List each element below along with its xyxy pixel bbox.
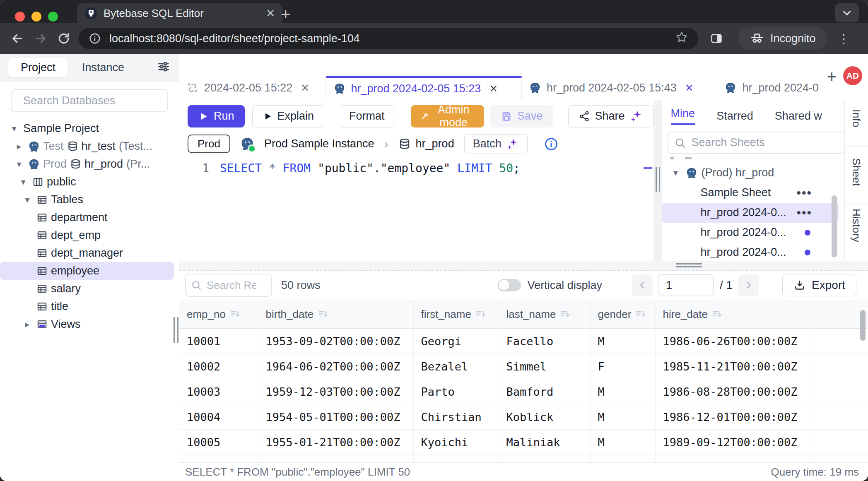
cell[interactable]: 1986-12-01T00:00:00Z: [655, 404, 810, 430]
next-page-button[interactable]: [738, 274, 759, 296]
tree-item-hr_test[interactable]: ▸Testhr_test(Test...: [0, 137, 174, 155]
page-number-input[interactable]: [658, 274, 714, 296]
new-tab-button[interactable]: +: [281, 5, 290, 24]
tree-item-department[interactable]: department: [0, 209, 174, 226]
address-bar[interactable]: localhost:8080/sql-editor/sheet/project-…: [79, 28, 698, 49]
results-search[interactable]: [185, 274, 272, 297]
environment-chip[interactable]: Prod: [188, 135, 230, 153]
cell[interactable]: 1953-04-20T00:00:00Z: [258, 455, 413, 463]
sheet-tab-1[interactable]: 2024-02-05 15:22✕: [179, 76, 326, 100]
cell[interactable]: 1989-06-02T00:00:00Z: [655, 455, 810, 463]
sheet-item[interactable]: hr_prod 2024-0...: [662, 223, 839, 243]
cell[interactable]: Simmel: [499, 354, 590, 379]
results-search-input[interactable]: [206, 279, 257, 292]
cell[interactable]: 10005: [179, 430, 258, 455]
cell[interactable]: 1986-06-26T00:00:00Z: [655, 329, 810, 354]
tree-item-tables[interactable]: ▾Tables: [0, 191, 174, 209]
cell[interactable]: 10006: [179, 455, 258, 463]
cell[interactable]: M: [590, 329, 655, 354]
tree-item-dept_emp[interactable]: dept_emp: [0, 226, 174, 244]
sheet-tab-4[interactable]: hr_prod 2024-0: [717, 76, 820, 100]
cell[interactable]: F: [590, 354, 655, 379]
cell[interactable]: 1989-09-12T00:00:00Z: [655, 430, 810, 455]
cell[interactable]: 1985-11-21T00:00:00Z: [655, 354, 810, 379]
database-search-input[interactable]: [22, 94, 171, 108]
cell[interactable]: 1953-09-02T00:00:00Z: [258, 329, 413, 354]
cell[interactable]: 1986-08-28T00:00:00Z: [655, 379, 810, 404]
run-button[interactable]: Run: [188, 105, 245, 127]
caret-down-icon[interactable]: ▾: [8, 123, 20, 134]
cell[interactable]: M: [590, 430, 655, 455]
tree-item-sample-project[interactable]: ▾Sample Project: [0, 120, 174, 137]
cell[interactable]: 10001: [179, 329, 258, 354]
vertical-display-toggle[interactable]: [498, 279, 521, 291]
cell[interactable]: Maliniak: [499, 430, 590, 455]
results-scrollbar[interactable]: [860, 310, 866, 341]
database-name[interactable]: hr_prod: [416, 137, 454, 150]
tree-item-hr_prod[interactable]: ▾Prodhr_prod(Pr...: [0, 155, 174, 173]
close-sheet-tab-icon[interactable]: ✕: [489, 83, 498, 95]
cell[interactable]: 1964-06-02T00:00:00Z: [258, 354, 413, 379]
filter-settings-button[interactable]: [157, 60, 171, 75]
caret-down-icon[interactable]: ▾: [17, 177, 29, 188]
caret-right-icon[interactable]: ▸: [22, 319, 33, 330]
prev-page-button[interactable]: [632, 274, 653, 296]
caret-right-icon[interactable]: ▸: [13, 141, 25, 152]
column-header-gender[interactable]: gender: [590, 300, 655, 329]
bookmark-star-button[interactable]: [675, 31, 688, 47]
cell[interactable]: 10003: [179, 379, 258, 404]
cell[interactable]: 1954-05-01T00:00:00Z: [258, 404, 413, 430]
sheet-search[interactable]: [668, 132, 844, 154]
new-sheet-tab-button[interactable]: +: [820, 67, 843, 86]
cell[interactable]: Kyoichi: [413, 430, 499, 455]
share-button[interactable]: Share: [568, 105, 653, 127]
table-row[interactable]: 100051955-01-21T00:00:00ZKyoichiMaliniak…: [179, 430, 868, 455]
side-tab-info[interactable]: Info: [850, 109, 863, 127]
maximize-window-button[interactable]: [48, 12, 58, 22]
tree-item-public[interactable]: ▾public: [0, 173, 174, 191]
export-button[interactable]: Export: [782, 274, 856, 296]
tab-starred[interactable]: Starred: [716, 110, 753, 123]
cell[interactable]: Bamford: [499, 379, 590, 404]
cell[interactable]: 10002: [179, 354, 258, 379]
sheet-list-scrollbar[interactable]: [832, 195, 837, 257]
site-info-icon[interactable]: [89, 32, 101, 45]
sheet-item[interactable]: hr_prod 2024-0...: [662, 243, 839, 261]
cell[interactable]: F: [590, 455, 655, 463]
sql-code-area[interactable]: 1 SELECT * FROM "public"."employee" LIMI…: [179, 161, 653, 175]
sheet-group[interactable]: ▾(Prod) hr_prod: [662, 163, 839, 183]
close-tab-icon[interactable]: ✕: [266, 7, 275, 20]
cell[interactable]: M: [590, 379, 655, 404]
close-window-button[interactable]: [15, 12, 25, 22]
cell[interactable]: Chirstian: [413, 404, 499, 430]
cell[interactable]: Georgi: [413, 329, 499, 354]
editor-minimap[interactable]: [642, 161, 653, 261]
save-button[interactable]: Save: [490, 105, 553, 127]
browser-tab[interactable]: Bytebase SQL Editor ✕: [77, 3, 282, 23]
cell[interactable]: 10004: [179, 404, 258, 430]
back-button[interactable]: [6, 27, 29, 50]
tab-mine[interactable]: Mine: [671, 107, 695, 125]
cell[interactable]: Koblick: [499, 404, 590, 430]
explain-button[interactable]: Explain: [252, 105, 325, 127]
instance-name[interactable]: Prod Sample Instance: [264, 137, 374, 150]
caret-down-icon[interactable]: ▾: [22, 195, 33, 205]
cell[interactable]: Parto: [413, 379, 499, 404]
tree-item-dept_manager[interactable]: dept_manager: [0, 244, 174, 262]
column-header-hire_date[interactable]: hire_date: [655, 300, 810, 329]
sheet-item[interactable]: Sample Sheet•••: [662, 183, 839, 203]
sheet-menu-icon[interactable]: •••: [797, 186, 813, 200]
sheet-menu-icon[interactable]: •••: [797, 206, 813, 220]
info-icon[interactable]: [544, 137, 558, 151]
column-header-emp_no[interactable]: emp_no: [179, 300, 258, 329]
cell[interactable]: Anneke: [413, 455, 499, 463]
results-resize-handle[interactable]: [676, 263, 702, 269]
browser-menu-button[interactable]: ⋮: [836, 31, 852, 46]
table-row[interactable]: 100041954-05-01T00:00:00ZChirstianKoblic…: [179, 404, 868, 430]
results-resize-gutter[interactable]: [179, 261, 868, 271]
table-row[interactable]: 100061953-04-20T00:00:00ZAnnekePreusigF1…: [179, 455, 868, 463]
side-panel-button[interactable]: [705, 27, 728, 50]
tab-search-button[interactable]: [835, 3, 859, 22]
column-header-first_name[interactable]: first_name: [413, 300, 499, 329]
cell[interactable]: Bezalel: [413, 354, 499, 379]
